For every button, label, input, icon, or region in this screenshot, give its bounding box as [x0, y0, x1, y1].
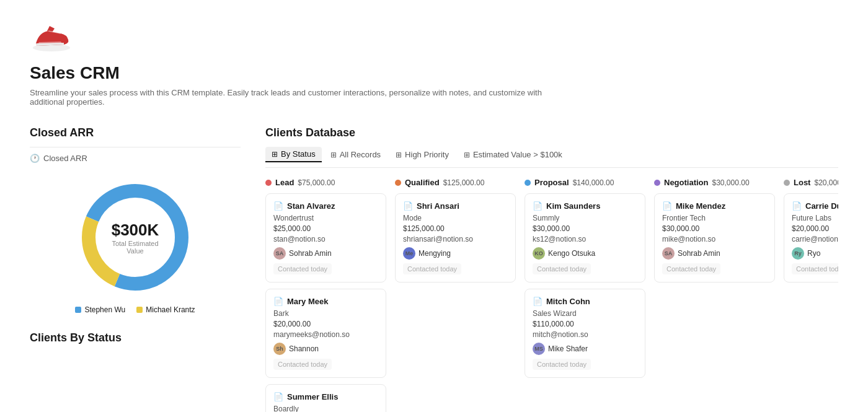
kanban-header-proposal: Proposal $140,000.00 [525, 178, 645, 187]
card-contacted: Contacted today [662, 263, 720, 274]
card-person-name: Mike Mendez [676, 201, 725, 211]
card-email: ks12@notion.so [533, 235, 637, 243]
table-row[interactable]: 📄 Mary Meek Bark $20,000.00 marymeeks@no… [265, 289, 386, 378]
card-name: 📄 Mitch Cohn [533, 297, 637, 306]
doc-icon: 📄 [273, 297, 283, 306]
kanban-header-qualified: Qualified $125,000.00 [395, 178, 516, 187]
doc-icon: 📄 [533, 201, 542, 211]
app-title: Sales CRM [30, 63, 838, 83]
card-person-name: Kim Saunders [546, 201, 600, 211]
avatar: Ry [792, 247, 804, 260]
table-row[interactable]: 📄 Summer Ellis Boardly [265, 384, 386, 412]
table-row[interactable]: 📄 Shri Ansari Mode $125,000.00 shriansar… [395, 193, 516, 283]
card-company: Summly [533, 214, 637, 222]
kanban-col-negotiation: Negotiation $30,000.00 📄 Mike Mendez Fro… [654, 178, 775, 412]
donut-chart: $300K Total Estimated Value Stephen Wu M… [30, 175, 241, 314]
card-name: 📄 Stan Alvarez [273, 201, 378, 211]
tab-high-priority[interactable]: ⊞ High Priority [389, 147, 455, 162]
avatar: SA [662, 247, 675, 260]
card-amount: $125,000.00 [403, 224, 508, 233]
card-amount: $30,000.00 [662, 224, 767, 233]
table-row[interactable]: 📄 Kim Saunders Summly $30,000.00 ks12@no… [525, 193, 645, 283]
app-logo [30, 20, 838, 61]
card-assignee: SA Sohrab Amin [273, 247, 378, 260]
card-company: Mode [403, 214, 508, 222]
assignee-name: Kengo Otsuka [548, 249, 595, 258]
legend-dot-stephen [75, 307, 81, 313]
doc-icon: 📄 [273, 201, 283, 211]
table-row[interactable]: 📄 Stan Alvarez Wondertrust $25,000.00 st… [265, 193, 386, 283]
assignee-name: Sohrab Amin [289, 249, 332, 258]
closed-arr-section: Closed ARR 🕐 Closed ARR $300K Total Esti… [30, 126, 241, 412]
card-amount: $25,000.00 [273, 224, 378, 233]
avatar: Me [403, 247, 415, 260]
assignee-name: Mike Shafer [548, 344, 588, 353]
card-email: shriansari@notion.so [403, 235, 508, 243]
card-email: mitch@notion.so [533, 330, 637, 339]
clients-by-status-title: Clients By Status [30, 331, 241, 344]
card-name: 📄 Kim Saunders [533, 201, 637, 211]
status-dot-qualified [395, 180, 401, 186]
kanban-header-lost: Lost $20,000.00 [784, 178, 838, 187]
card-contacted: Contacted today [792, 263, 838, 274]
kanban-header-negotiation: Negotiation $30,000.00 [654, 178, 775, 187]
card-assignee: Me Mengying [403, 247, 508, 260]
card-assignee: KO Kengo Otsuka [533, 247, 637, 260]
card-person-name: Summer Ellis [287, 392, 338, 401]
status-value-qualified: $125,000.00 [443, 178, 485, 187]
table-row[interactable]: 📄 Mitch Cohn Sales Wizard $110,000.00 mi… [525, 289, 645, 378]
status-label-negotiation: Negotiation [664, 178, 709, 187]
status-dot-proposal [525, 180, 531, 186]
card-email: mike@notion.so [662, 235, 767, 243]
card-amount: $20,000.00 [273, 320, 378, 328]
card-assignee: MS Mike Shafer [533, 343, 637, 355]
card-company: Bark [273, 309, 378, 318]
card-assignee: Sh Shannon [273, 343, 378, 355]
kanban-col-lead: Lead $75,000.00 📄 Stan Alvarez Wondertru… [265, 178, 386, 412]
clients-db-tabs: ⊞ By Status ⊞ All Records ⊞ High Priorit… [265, 147, 838, 168]
card-email: marymeeks@notion.so [273, 330, 378, 339]
card-email: carrie@notion.so [792, 235, 838, 243]
avatar: Sh [273, 343, 286, 355]
tab-by-status-label: By Status [281, 149, 316, 159]
tab-estimated-value-label: Estimated Value > $100k [473, 150, 562, 159]
kanban-col-lost: Lost $20,000.00 📄 Carrie Duke Future Lab… [784, 178, 838, 412]
card-person-name: Mary Meek [287, 297, 328, 306]
tab-all-records-icon: ⊞ [330, 151, 337, 159]
status-value-negotiation: $30,000.00 [712, 178, 750, 187]
doc-icon: 📄 [533, 297, 542, 306]
donut-label: Total Estimated Value [104, 240, 166, 255]
card-contacted: Contacted today [533, 263, 591, 274]
donut-wrap: $300K Total Estimated Value [73, 175, 197, 299]
kanban-col-qualified: Qualified $125,000.00 📄 Shri Ansari Mode… [395, 178, 516, 412]
clock-icon: 🕐 [30, 154, 40, 163]
card-amount: $20,000.00 [792, 224, 838, 233]
status-dot-lead [265, 180, 272, 186]
status-value-proposal: $140,000.00 [573, 178, 614, 187]
donut-legend: Stephen Wu Michael Krantz [75, 305, 195, 314]
tab-high-priority-label: High Priority [405, 150, 449, 159]
kanban-header-lead: Lead $75,000.00 [265, 178, 386, 187]
closed-arr-subtitle: 🕐 Closed ARR [30, 147, 241, 163]
tab-all-records[interactable]: ⊞ All Records [324, 147, 387, 162]
card-name: 📄 Carrie Duke [792, 201, 838, 211]
assignee-name: Sohrab Amin [678, 249, 720, 258]
clients-db-title: Clients Database [265, 126, 838, 139]
tab-estimated-value-icon: ⊞ [464, 151, 470, 159]
card-person-name: Shri Ansari [417, 201, 459, 211]
table-row[interactable]: 📄 Mike Mendez Frontier Tech $30,000.00 m… [654, 193, 775, 283]
legend-label-stephen: Stephen Wu [84, 305, 125, 314]
tab-by-status-icon: ⊞ [272, 150, 278, 159]
donut-center: $300K Total Estimated Value [104, 221, 166, 255]
assignee-name: Mengying [418, 249, 451, 258]
card-amount: $110,000.00 [533, 320, 637, 328]
card-name: 📄 Shri Ansari [403, 201, 508, 211]
card-contacted: Contacted today [273, 263, 332, 274]
tab-high-priority-icon: ⊞ [396, 151, 402, 159]
clients-database-section: Clients Database ⊞ By Status ⊞ All Recor… [265, 126, 838, 412]
table-row[interactable]: 📄 Carrie Duke Future Labs $20,000.00 car… [784, 193, 838, 283]
status-label-qualified: Qualified [405, 178, 440, 187]
tab-estimated-value[interactable]: ⊞ Estimated Value > $100k [458, 147, 569, 162]
status-label-proposal: Proposal [534, 178, 569, 187]
tab-by-status[interactable]: ⊞ By Status [265, 147, 322, 162]
